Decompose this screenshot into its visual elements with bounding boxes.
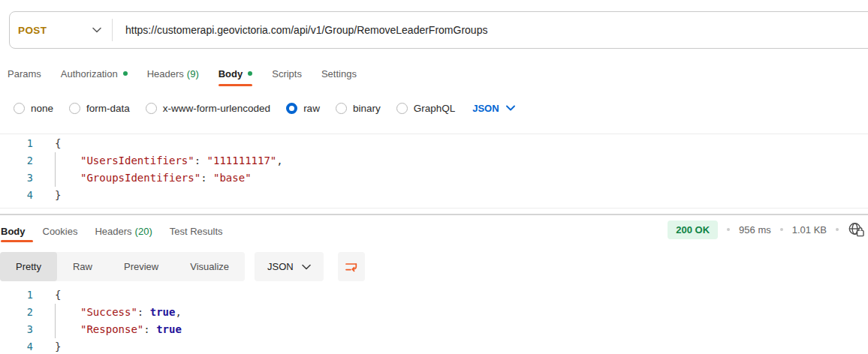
response-pane: Body Cookies Headers(20) Test Results 20… (0, 214, 868, 354)
line-number: 3 (0, 321, 33, 338)
tab-headers[interactable]: Headers(9) (147, 68, 199, 80)
indent-guide (55, 152, 80, 170)
body-language-dropdown[interactable]: JSON (472, 103, 514, 114)
radio-selected-icon (286, 103, 297, 114)
response-tab-body[interactable]: Body (1, 226, 26, 237)
line-number: 3 (0, 170, 33, 187)
radio-icon (336, 103, 347, 114)
response-body-editor[interactable]: 1{2"Success": true,3"Response": true4} (0, 286, 868, 354)
code-text: { (33, 286, 61, 304)
code-line: 4} (0, 187, 868, 204)
code-line: 2"UsersIdentifiers": "111111117", (0, 152, 868, 170)
view-mode-group: Pretty Raw Preview Visualize (0, 252, 245, 281)
response-tab-cookies[interactable]: Cookies (43, 226, 78, 237)
method-url-divider (112, 19, 113, 41)
code-line: 1{ (0, 286, 868, 304)
code-text: "UsersIdentifiers": "111111117", (33, 152, 283, 170)
view-pretty-button[interactable]: Pretty (0, 252, 57, 281)
body-type-raw[interactable]: raw (286, 103, 320, 114)
separator-dot (780, 228, 783, 231)
status-badge: 200 OK (668, 220, 718, 239)
code-line: 1{ (0, 135, 868, 152)
code-line: 2"Success": true, (0, 304, 868, 321)
request-body-editor[interactable]: 1{2"UsersIdentifiers": "111111117",3"Gro… (0, 135, 868, 204)
code-text: } (33, 187, 61, 204)
method-selector[interactable]: POST (10, 12, 112, 48)
radio-icon (146, 103, 157, 114)
method-label: POST (18, 25, 47, 36)
editor-top-divider (0, 134, 868, 134)
response-language-dropdown[interactable]: JSON (255, 252, 324, 281)
request-tabs: Params Authorization Headers(9) Body Scr… (8, 63, 357, 84)
code-line: 3"Response": true (0, 321, 868, 338)
chevron-down-icon (302, 264, 311, 270)
tab-scripts[interactable]: Scripts (272, 68, 302, 80)
indent-guide (55, 170, 80, 187)
code-text: } (33, 338, 61, 354)
view-raw-button[interactable]: Raw (57, 252, 108, 281)
indent-guide (55, 321, 80, 338)
headers-count: (9) (187, 68, 199, 80)
globe-lock-icon[interactable] (848, 221, 865, 238)
code-line: 4} (0, 338, 868, 354)
body-type-form-data[interactable]: form-data (69, 103, 130, 114)
line-number: 1 (0, 135, 33, 152)
green-status-dot (123, 71, 128, 76)
pane-splitter[interactable] (0, 208, 868, 208)
url-input[interactable]: https://customerapi.geovictoria.com/api/… (125, 24, 487, 36)
tab-settings[interactable]: Settings (321, 68, 357, 80)
code-text: "Response": true (33, 321, 182, 338)
code-text: "GroupsIdentifiers": "base" (33, 170, 252, 187)
body-type-row: none form-data x-www-form-urlencoded raw… (14, 97, 515, 119)
body-type-urlencoded[interactable]: x-www-form-urlencoded (146, 103, 270, 114)
response-status-bar: 200 OK 956 ms 1.01 KB (668, 219, 865, 240)
tab-body[interactable]: Body (219, 68, 253, 80)
chevron-down-icon (92, 27, 101, 33)
response-size: 1.01 KB (792, 224, 827, 236)
response-tab-test-results[interactable]: Test Results (170, 226, 223, 237)
postman-request-view: POST https://customerapi.geovictoria.com… (0, 0, 868, 354)
code-text: { (33, 135, 61, 152)
tab-authorization[interactable]: Authorization (61, 68, 128, 80)
radio-icon (69, 103, 80, 114)
line-number: 2 (0, 304, 33, 321)
response-tabs: Body Cookies Headers(20) Test Results (1, 222, 223, 240)
response-tab-headers[interactable]: Headers(20) (95, 226, 152, 237)
line-number: 4 (0, 187, 33, 204)
response-time: 956 ms (739, 224, 771, 236)
indent-guide (55, 304, 80, 321)
view-visualize-button[interactable]: Visualize (174, 252, 245, 281)
radio-icon (396, 103, 408, 114)
headers-count: (20) (135, 226, 152, 237)
response-view-toolbar: Pretty Raw Preview Visualize JSON (0, 252, 365, 281)
body-type-graphql[interactable]: GraphQL (396, 103, 456, 114)
view-preview-button[interactable]: Preview (108, 252, 174, 281)
line-number: 4 (0, 338, 33, 354)
body-type-none[interactable]: none (14, 103, 53, 114)
wrap-text-icon (345, 260, 358, 274)
code-text: "Success": true, (33, 304, 182, 321)
body-type-binary[interactable]: binary (336, 103, 381, 114)
separator-dot (836, 228, 839, 231)
radio-icon (14, 103, 25, 114)
separator-dot (727, 228, 730, 231)
chevron-down-icon (506, 105, 515, 111)
line-number: 1 (0, 286, 33, 304)
line-number: 2 (0, 152, 33, 170)
wrap-text-button[interactable] (338, 252, 365, 281)
green-status-dot (248, 71, 252, 76)
tab-params[interactable]: Params (8, 68, 41, 80)
code-line: 3"GroupsIdentifiers": "base" (0, 170, 868, 187)
url-bar: POST https://customerapi.geovictoria.com… (9, 11, 868, 49)
